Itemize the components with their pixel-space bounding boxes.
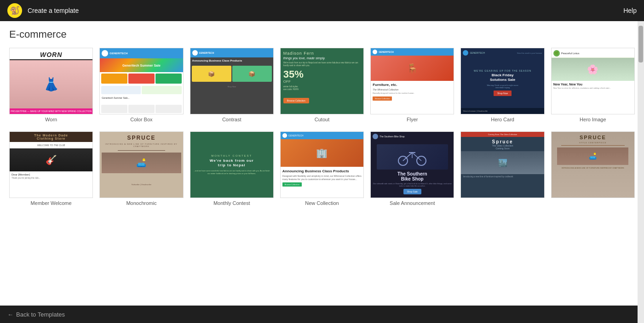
template-thumb-saleannouncement[interactable]: The Southern Bike Shop: [370, 131, 454, 198]
template-item-memberwelcome[interactable]: The Modern DadeClothing Store WELCOME TO…: [9, 131, 93, 206]
template-label-herocard: Hero Card: [491, 117, 514, 122]
template-label-colorbox: Color Box: [130, 117, 152, 122]
template-item-herocard[interactable]: GENERITECH View this email in your brows…: [460, 48, 544, 122]
template-thumb-spruce-light[interactable]: SPRUCE STYLE CENTERPIECE 🛋️ INTRODUCING …: [551, 131, 635, 198]
mailchimp-logo: 🐒: [7, 3, 22, 18]
nav-left: 🐒 Create a template: [7, 3, 79, 18]
template-thumb-contrast[interactable]: GENERITECH Announcing Business Class Pro…: [190, 48, 274, 114]
template-label-flyer: Flyer: [407, 117, 418, 122]
top-nav: 🐒 Create a template Help: [0, 0, 644, 21]
template-item-cutout[interactable]: Madison Fern things you love, made simpl…: [280, 48, 364, 122]
template-item-monochromic[interactable]: SPRUCE INTRODUCING A NEW LINE OF FURNITU…: [99, 131, 183, 206]
section-title: E-commerce: [9, 28, 635, 40]
template-item-colorbox[interactable]: GENERITECH Generitech Summer Sale Generi…: [99, 48, 183, 122]
template-label-monthlycontest: Monthly Contest: [213, 200, 250, 206]
back-to-templates-link[interactable]: ← Back to Templates: [7, 311, 65, 318]
template-item-newcollection[interactable]: GENERITECH 🏢 Announcing Business Class P…: [280, 131, 364, 206]
template-thumb-colorbox[interactable]: GENERITECH Generitech Summer Sale Generi…: [99, 48, 183, 114]
template-item-flyer[interactable]: GENERITECH 🪑 Furniture, etc. The Whimsic…: [370, 48, 454, 122]
template-thumb-monthlycontest[interactable]: MONTHLY CONTEST We're back from ourtrip …: [190, 131, 274, 198]
template-item-spruce-light[interactable]: SPRUCE STYLE CENTERPIECE 🛋️ INTRODUCING …: [551, 131, 635, 206]
template-item-heroimage[interactable]: 🌿 Peaceful Lotus 🌸 New Year, New You New…: [551, 48, 635, 122]
template-thumb-spruce[interactable]: Coming Soon: The Cities Collection Spruc…: [460, 131, 544, 198]
bottom-bar: ← Back to Templates: [0, 306, 638, 323]
template-item-spruce[interactable]: Coming Soon: The Cities Collection Spruc…: [460, 131, 544, 206]
template-label-worn: Worn: [45, 117, 57, 122]
template-thumb-monochromic[interactable]: SPRUCE INTRODUCING A NEW LINE OF FURNITU…: [99, 131, 183, 198]
scroll-thumb[interactable]: [638, 26, 643, 62]
template-label-cutout: Cutout: [315, 117, 329, 122]
template-label-monochromic: Monochromic: [126, 200, 156, 206]
help-link[interactable]: Help: [623, 7, 637, 14]
template-thumb-worn[interactable]: WORN 👗 PROJEKTPINK — MAKE UP YOUR MIND W…: [9, 48, 93, 114]
page-content: E-commerce WORN 👗 PROJEKTPINK — MAKE UP …: [0, 21, 644, 323]
nav-title: Create a template: [28, 7, 79, 14]
back-label: Back to Templates: [16, 311, 65, 318]
back-arrow-icon: ←: [7, 311, 13, 318]
template-label-newcollection: New Collection: [305, 200, 339, 206]
template-item-saleannouncement[interactable]: The Southern Bike Shop: [370, 131, 454, 206]
template-label-contrast: Contrast: [222, 117, 242, 122]
template-item-contrast[interactable]: GENERITECH Announcing Business Class Pro…: [190, 48, 274, 122]
template-label-heroimage: Hero Image: [580, 117, 606, 122]
template-item-worn[interactable]: WORN 👗 PROJEKTPINK — MAKE UP YOUR MIND W…: [9, 48, 93, 122]
template-thumb-heroimage[interactable]: 🌿 Peaceful Lotus 🌸 New Year, New You New…: [551, 48, 635, 114]
template-thumb-memberwelcome[interactable]: The Modern DadeClothing Store WELCOME TO…: [9, 131, 93, 198]
template-thumb-herocard[interactable]: GENERITECH View this email in your brows…: [460, 48, 544, 114]
template-item-monthlycontest[interactable]: MONTHLY CONTEST We're back from ourtrip …: [190, 131, 274, 206]
template-thumb-flyer[interactable]: GENERITECH 🪑 Furniture, etc. The Whimsic…: [370, 48, 454, 114]
template-label-memberwelcome: Member Welcome: [31, 200, 72, 206]
template-thumb-newcollection[interactable]: GENERITECH 🏢 Announcing Business Class P…: [280, 131, 364, 198]
scrollbar[interactable]: [638, 21, 644, 323]
template-grid: WORN 👗 PROJEKTPINK — MAKE UP YOUR MIND W…: [9, 48, 635, 206]
template-label-saleannouncement: Sale Announcement: [390, 200, 435, 206]
template-thumb-cutout[interactable]: Madison Fern things you love, made simpl…: [280, 48, 364, 114]
